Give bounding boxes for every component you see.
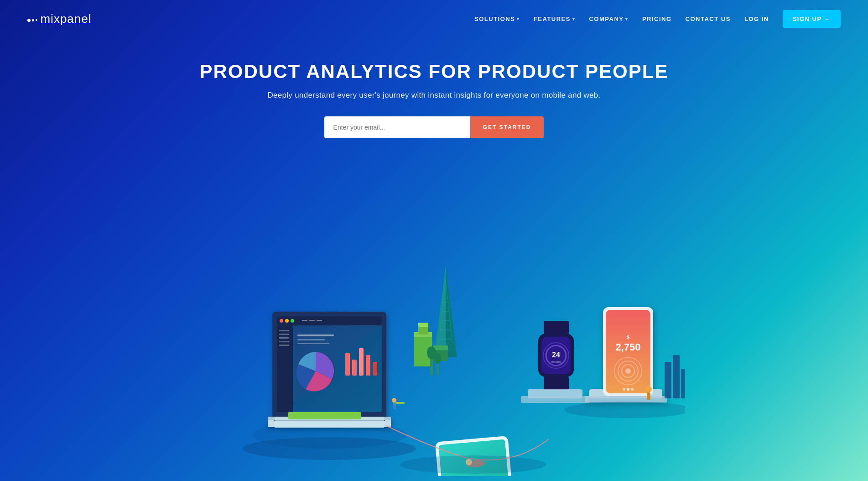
illustration-area: 24 HOURS $ 2,750: [0, 166, 868, 476]
nav-links: SOLUTIONS ▾ FEATURES ▾ COMPANY ▾ PRICING…: [474, 10, 841, 28]
hero-illustration: 24 HOURS $ 2,750: [183, 166, 685, 476]
svg-rect-19: [352, 360, 357, 376]
svg-rect-64: [521, 396, 589, 403]
nav-link-login[interactable]: LOG IN: [744, 16, 769, 22]
nav-link-contact[interactable]: CONTACT US: [686, 16, 731, 22]
email-input[interactable]: [324, 116, 470, 138]
hero-title: PRODUCT ANALYTICS FOR PRODUCT PEOPLE: [9, 61, 859, 83]
svg-rect-31: [393, 403, 396, 409]
main-nav: mixpanel SOLUTIONS ▾ FEATURES ▾ COMPANY …: [0, 0, 868, 38]
svg-text:24: 24: [552, 351, 560, 359]
svg-rect-80: [665, 362, 671, 398]
svg-point-77: [631, 388, 634, 391]
svg-point-86: [564, 402, 685, 418]
svg-rect-21: [366, 355, 370, 376]
svg-point-6: [285, 319, 289, 323]
svg-rect-22: [373, 362, 377, 376]
svg-point-84: [243, 437, 416, 460]
svg-rect-10: [317, 320, 322, 321]
svg-point-7: [291, 319, 294, 323]
hero-subtitle: Deeply understand every user's journey w…: [9, 91, 859, 100]
svg-rect-81: [673, 355, 680, 398]
svg-point-85: [400, 455, 546, 474]
svg-point-5: [280, 319, 283, 323]
svg-point-78: [645, 386, 652, 392]
svg-rect-44: [418, 323, 428, 327]
svg-rect-12: [279, 330, 289, 331]
svg-rect-47: [430, 357, 433, 376]
svg-rect-25: [297, 343, 329, 344]
svg-rect-28: [288, 412, 361, 419]
svg-rect-23: [297, 335, 334, 336]
svg-text:$: $: [626, 335, 629, 340]
svg-rect-13: [279, 334, 289, 335]
nav-link-features[interactable]: FEATURES ▾: [534, 16, 576, 22]
cta-form: GET STARTED: [9, 116, 859, 138]
hero-section: PRODUCT ANALYTICS FOR PRODUCT PEOPLE Dee…: [0, 38, 868, 166]
chevron-down-icon: ▾: [572, 17, 576, 21]
svg-rect-55: [544, 321, 569, 335]
logo-text: mixpanel: [40, 12, 91, 26]
svg-rect-16: [279, 345, 289, 346]
svg-point-74: [625, 368, 631, 374]
svg-rect-20: [359, 348, 364, 376]
nav-link-company[interactable]: COMPANY ▾: [589, 16, 628, 22]
logo[interactable]: mixpanel: [27, 12, 92, 26]
svg-rect-66: [585, 396, 667, 403]
svg-rect-82: [681, 369, 685, 398]
svg-rect-14: [279, 337, 289, 339]
svg-rect-9: [309, 320, 315, 321]
svg-point-76: [627, 388, 629, 391]
chevron-down-icon: ▾: [517, 17, 520, 21]
svg-rect-15: [279, 341, 289, 342]
svg-rect-24: [297, 339, 325, 340]
svg-text:2,750: 2,750: [615, 341, 640, 353]
svg-rect-49: [437, 362, 439, 376]
chevron-down-icon: ▾: [625, 17, 629, 21]
nav-link-pricing[interactable]: PRICING: [642, 16, 672, 22]
svg-point-50: [434, 353, 441, 364]
logo-dots: [27, 19, 37, 22]
svg-point-75: [623, 388, 625, 391]
nav-link-solutions[interactable]: SOLUTIONS ▾: [474, 16, 520, 22]
svg-rect-62: [544, 376, 569, 390]
svg-rect-79: [647, 392, 650, 400]
get-started-button[interactable]: GET STARTED: [470, 116, 544, 138]
svg-point-30: [392, 398, 396, 403]
svg-rect-46: [433, 345, 448, 350]
svg-text:HOURS: HOURS: [551, 361, 561, 363]
svg-rect-18: [345, 353, 350, 376]
svg-rect-8: [302, 320, 307, 321]
signup-button[interactable]: SIGN UP →: [783, 10, 841, 28]
